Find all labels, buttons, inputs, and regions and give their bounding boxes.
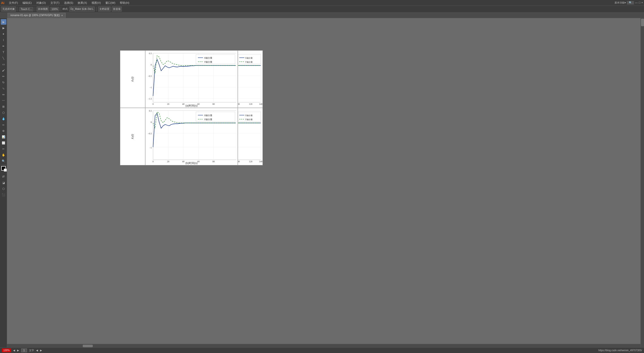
chart-bottom-x-label: (b)时间(s) xyxy=(145,161,238,165)
svg-text:Y轴分量: Y轴分量 xyxy=(204,118,213,121)
chart-bottom-center-panel: 0.5 0 −0.5 −1 0 20 40 60 80 X轴分量 Y轴分量 xyxy=(145,108,238,165)
chart-bottom-y-axis-container: x̂₂(t) xyxy=(120,108,145,165)
width-tool[interactable]: ⇔ xyxy=(1,92,6,97)
menu-object[interactable]: 对象(O) xyxy=(35,1,47,5)
menu-text[interactable]: 文字(T) xyxy=(49,1,61,5)
scale-tool[interactable]: ⤡ xyxy=(1,86,6,91)
search-box[interactable]: 基本功能▾ xyxy=(614,1,626,5)
status-arrow-1[interactable]: ◀ xyxy=(36,349,38,352)
svg-text:120: 120 xyxy=(249,103,252,105)
toolbar-sep-2 xyxy=(35,7,35,11)
svg-text:100: 100 xyxy=(238,103,240,105)
menu-effect[interactable]: 效果(X) xyxy=(77,1,88,5)
blend-tool[interactable]: ∞ xyxy=(1,122,6,127)
chart-top-y-label: x̂₁(t) xyxy=(131,76,134,82)
svg-text:X轴分量: X轴分量 xyxy=(204,114,213,117)
zoom-tool[interactable]: 🔍 xyxy=(1,158,6,164)
svg-text:Y轴分量: Y轴分量 xyxy=(245,118,253,121)
svg-rect-23 xyxy=(196,54,235,64)
menu-select[interactable]: 选择(S) xyxy=(63,1,74,5)
h-scroll-thumb[interactable] xyxy=(83,345,93,347)
artboard-indicator[interactable]: 1 xyxy=(21,348,27,352)
pencil-tool[interactable]: ✏ xyxy=(1,74,6,79)
restore-btn[interactable]: □ xyxy=(639,1,640,5)
toolbar-sep-1 xyxy=(18,7,18,11)
paintbrush-tool[interactable]: 🖌 xyxy=(1,68,6,73)
zoom-level[interactable]: 100% xyxy=(50,7,59,11)
status-bar: 100% ◀ ▶ 1 文字 ◀ ▶ https://blog.csdn.net/… xyxy=(0,347,644,353)
status-arrow-left[interactable]: ◀ xyxy=(13,349,15,352)
draw-mode[interactable]: ⬡ xyxy=(1,186,6,191)
chart-top-y-axis-container: x̂₁(t) xyxy=(120,50,145,108)
status-arrow-2[interactable]: ▶ xyxy=(40,349,42,352)
chart-bottom-right-panel: 100 120 140 X轴分量 Y轴分量 xyxy=(238,108,263,165)
svg-text:0.5: 0.5 xyxy=(149,52,152,55)
chart-bottom-right-svg: 100 120 140 X轴分量 Y轴分量 xyxy=(238,108,263,166)
chart-top-center-panel: 0.5 0 −0.5 −1 −1.5 0 20 40 60 80 X轴分量 Y轴… xyxy=(145,50,238,108)
menu-window[interactable]: 窗口(W) xyxy=(104,1,116,5)
svg-text:−1: −1 xyxy=(149,146,152,149)
bottom-scrollbar[interactable] xyxy=(7,344,640,347)
shape-builder-tool[interactable]: ⬡ xyxy=(1,110,6,115)
right-scrollbar[interactable] xyxy=(640,18,644,347)
style-select[interactable]: Dy_Make 实体-Std L xyxy=(69,7,95,12)
no-selection-label: 无选择对象 xyxy=(1,7,16,12)
lasso-tool[interactable]: ⌇ xyxy=(1,37,6,43)
graph-tool[interactable]: 📊 xyxy=(1,134,6,140)
svg-text:X轴分量: X轴分量 xyxy=(204,57,213,59)
svg-text:−1: −1 xyxy=(149,86,152,89)
svg-text:0.5: 0.5 xyxy=(149,110,152,112)
chart-top-svg: 0.5 0 −0.5 −1 −1.5 0 20 40 60 80 X轴分量 Y轴… xyxy=(145,51,238,108)
rect-tool[interactable]: ▭ xyxy=(1,61,6,67)
style-label-static: 样式: xyxy=(63,7,68,11)
eyedropper-tool[interactable]: 💧 xyxy=(1,116,6,121)
line-tool[interactable]: ╲ xyxy=(1,55,6,61)
type-tool[interactable]: T xyxy=(1,49,6,55)
status-arrow-right[interactable]: ▶ xyxy=(17,349,19,352)
close-btn[interactable]: × xyxy=(641,1,643,5)
selection-tool[interactable]: ▶ xyxy=(1,19,6,25)
preferences-btn[interactable]: 首选项 xyxy=(112,7,122,12)
toolbar: 无选择对象 Touch C... 添加视图 100% 样式: Dy_Make 实… xyxy=(0,6,644,13)
slice-tool[interactable]: ✂ xyxy=(1,146,6,152)
svg-text:−1.5: −1.5 xyxy=(148,98,152,100)
menu-help[interactable]: 帮助(H) xyxy=(119,1,130,5)
svg-text:X轴分量: X轴分量 xyxy=(245,114,253,117)
swap-colors[interactable]: ⇄ xyxy=(1,174,6,179)
screen-mode[interactable]: ⬛ xyxy=(1,192,6,198)
menu-file[interactable]: 文件(F) xyxy=(8,1,19,5)
left-toolbar: ▶ ▶ ✦ ⌇ ✒ T ╲ ▭ 🖌 ✏ ↻ ⤡ ⇔ 〰 ⊞ ⬡ 💧 ∞ ⊛ 📊 … xyxy=(0,18,7,347)
symbol-sprayer-tool[interactable]: ⊛ xyxy=(1,128,6,134)
tab-label: noname-01.eps @ 100% (CMYK/GPU 预览) xyxy=(10,14,60,17)
tab-close-btn[interactable]: × xyxy=(61,14,63,17)
svg-text:−0.5: −0.5 xyxy=(148,132,152,135)
warp-tool[interactable]: 〰 xyxy=(1,98,6,103)
document-tab[interactable]: noname-01.eps @ 100% (CMYK/GPU 预览) × xyxy=(8,13,66,18)
chart-bottom-svg: 0.5 0 −0.5 −1 0 20 40 60 80 X轴分量 Y轴分量 xyxy=(145,108,238,166)
zoom-indicator-box[interactable]: 100% xyxy=(2,348,11,352)
rotate-tool[interactable]: ↻ xyxy=(1,80,6,85)
chart-top-right-panel: 100 120 140 X轴分量 Y轴分量 xyxy=(238,50,263,108)
toolbar-sep-4 xyxy=(96,7,97,11)
scroll-thumb[interactable] xyxy=(641,19,644,26)
toolbar-divider xyxy=(1,165,6,165)
hand-tool[interactable]: ✋ xyxy=(1,152,6,158)
menu-edit[interactable]: 编辑(E) xyxy=(21,1,33,5)
free-transform-tool[interactable]: ⊞ xyxy=(1,104,6,109)
fill-color[interactable] xyxy=(1,166,6,171)
menu-view[interactable]: 视图(V) xyxy=(91,1,102,5)
menu-bar: Ai 文件(F) 编辑(E) 对象(O) 文字(T) 选择(S) 效果(X) 视… xyxy=(0,0,644,6)
minimize-btn[interactable]: — xyxy=(635,1,638,5)
direct-selection-tool[interactable]: ▶ xyxy=(1,25,6,31)
svg-text:Y轴分量: Y轴分量 xyxy=(245,61,253,63)
search-input-top[interactable]: 🔍 xyxy=(627,1,634,5)
svg-text:140: 140 xyxy=(259,160,262,163)
doc-settings-btn[interactable]: 文档设置 xyxy=(98,7,111,12)
magic-wand-tool[interactable]: ✦ xyxy=(1,31,6,37)
add-view-btn[interactable]: 添加视图 xyxy=(37,7,49,12)
touch-type-tool[interactable]: Touch C... xyxy=(19,7,33,11)
toolbar-sep-3 xyxy=(61,7,61,11)
pen-tool[interactable]: ✒ xyxy=(1,43,6,49)
artboard-tool[interactable]: ⬜ xyxy=(1,140,6,146)
default-colors[interactable]: ◪ xyxy=(1,180,6,185)
